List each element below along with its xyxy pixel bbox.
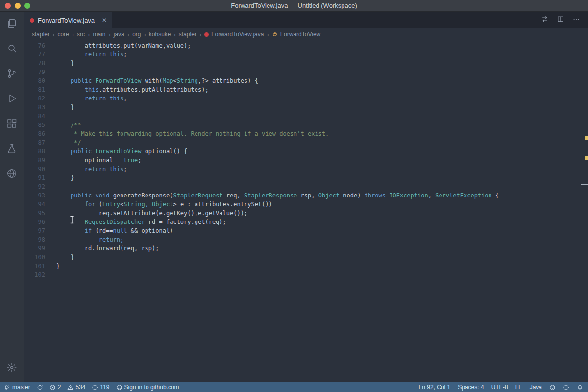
code-line: 90 return this; <box>24 165 588 173</box>
breadcrumb-item[interactable]: kohsuke <box>149 31 171 38</box>
line-number: 86 <box>24 129 45 138</box>
beaker-icon <box>6 143 18 154</box>
code-text: for (Entry<String, Object> e : attribute… <box>45 200 272 209</box>
code-text: return this; <box>45 165 127 173</box>
split-editor-button[interactable] <box>557 15 564 25</box>
status-bar: master2534119Sign in to github.com Ln 92… <box>0 382 588 392</box>
git-branch-icon <box>4 384 10 391</box>
status-notifications[interactable] <box>577 384 583 391</box>
open-changes-button[interactable] <box>541 15 549 25</box>
code-text: */ <box>45 138 81 147</box>
code-line: 76 attributes.put(varName,value); <box>24 41 588 50</box>
status-problems-warnings[interactable]: 534 <box>67 384 85 391</box>
overview-warning-mark <box>585 156 588 160</box>
warning-icon <box>67 384 74 391</box>
overview-ruler[interactable] <box>581 40 588 382</box>
smiley-icon <box>549 384 556 391</box>
line-number: 77 <box>24 50 45 59</box>
breadcrumb-item[interactable]: org <box>132 31 141 38</box>
status-eol-label: LF <box>515 384 522 391</box>
status-git-branch[interactable]: master <box>4 384 30 391</box>
code-text: /** <box>45 121 81 129</box>
status-language-mode[interactable]: Java <box>530 384 542 391</box>
more-actions-button[interactable] <box>572 15 580 25</box>
tab-bar: ForwardToView.java ✕ <box>24 12 588 28</box>
code-line: 102 <box>24 270 588 279</box>
breadcrumb-separator: › <box>52 31 54 38</box>
minimize-window-button[interactable] <box>15 3 21 9</box>
status-info-count-label: 119 <box>100 384 109 391</box>
activity-item-run-and-debug[interactable] <box>0 87 24 110</box>
bell-icon <box>577 384 583 391</box>
status-problems-errors[interactable]: 2 <box>49 384 61 391</box>
line-number: 79 <box>24 68 45 76</box>
status-cursor-position[interactable]: Ln 92, Col 1 <box>419 384 451 391</box>
status-eol[interactable]: LF <box>515 384 522 391</box>
code-line: 99 rd.forward(req, rsp); <box>24 244 588 253</box>
breadcrumb-separator: › <box>199 31 201 38</box>
breadcrumb-separator: › <box>267 31 269 38</box>
line-number: 89 <box>24 156 45 165</box>
breadcrumb-item[interactable]: main <box>93 31 105 38</box>
activity-item-testing[interactable] <box>0 137 24 160</box>
line-number: 92 <box>24 182 45 191</box>
breadcrumb-separator: › <box>88 31 90 38</box>
code-line: 98 return; <box>24 235 588 244</box>
status-github-signin[interactable]: Sign in to github.com <box>116 384 179 391</box>
files-icon <box>6 18 18 29</box>
status-encoding[interactable]: UTF-8 <box>491 384 508 391</box>
code-text: attributes.put(varName,value); <box>45 41 191 50</box>
status-problems-errors-label: 2 <box>58 384 61 391</box>
status-sync[interactable] <box>37 384 43 391</box>
code-line: 78 } <box>24 59 588 68</box>
tab-forwardtoview-java[interactable]: ForwardToView.java ✕ <box>24 12 112 28</box>
tab-close-icon[interactable]: ✕ <box>102 17 107 24</box>
breadcrumb-label: kohsuke <box>149 31 171 38</box>
code-text: * Make this forwarding optional. Render … <box>45 129 329 138</box>
line-number: 97 <box>24 226 45 235</box>
ellipsis-icon <box>572 15 580 23</box>
status-feedback[interactable] <box>549 384 556 391</box>
activity-item-remote-explorer[interactable] <box>0 162 24 185</box>
editor[interactable]: 76 attributes.put(varName,value);77 retu… <box>24 40 588 382</box>
status-cursor-position-label: Ln 92, Col 1 <box>419 384 451 391</box>
info-icon <box>92 384 98 391</box>
line-number: 96 <box>24 218 45 226</box>
info-icon <box>563 384 569 391</box>
breadcrumb-item[interactable]: java <box>114 31 124 38</box>
breadcrumb-item[interactable]: ForwardToView.java <box>204 31 264 38</box>
breadcrumb-item[interactable]: stapler <box>32 31 49 38</box>
status-indentation[interactable]: Spaces: 4 <box>458 384 484 391</box>
breadcrumb-item[interactable]: core <box>57 31 69 38</box>
activity-item-source-control[interactable] <box>0 62 24 85</box>
breadcrumb-label: stapler <box>179 31 196 38</box>
activity-item-search[interactable] <box>0 37 24 60</box>
activity-bar-bottom <box>0 356 24 379</box>
window-title: ForwardToView.java — Untitled (Workspace… <box>0 2 588 9</box>
line-number: 88 <box>24 147 45 156</box>
activity-item-extensions[interactable] <box>0 112 24 135</box>
code-text: return this; <box>45 94 127 103</box>
code-text <box>45 112 56 121</box>
breadcrumb-item[interactable]: ForwardToView <box>272 31 320 38</box>
breadcrumb-item[interactable]: src <box>77 31 85 38</box>
class-symbol-icon <box>272 31 278 37</box>
breadcrumb-item[interactable]: stapler <box>179 31 196 38</box>
line-number: 94 <box>24 200 45 209</box>
close-window-button[interactable] <box>5 3 11 9</box>
status-info-count[interactable]: 119 <box>92 384 109 391</box>
line-number: 82 <box>24 94 45 103</box>
status-bar-right: Ln 92, Col 1Spaces: 4UTF-8LFJava <box>419 382 583 392</box>
line-number: 81 <box>24 85 45 94</box>
activity-item-explorer[interactable] <box>0 12 24 35</box>
line-number: 98 <box>24 235 45 244</box>
code-line: 88 public ForwardToView optional() { <box>24 147 588 156</box>
zoom-window-button[interactable] <box>24 3 30 9</box>
globe-icon <box>6 168 18 179</box>
status-indentation-label: Spaces: 4 <box>458 384 484 391</box>
code-line: 77 return this; <box>24 50 588 59</box>
activity-item-settings[interactable] <box>0 356 24 379</box>
mouse-cursor-ibeam <box>69 216 75 224</box>
breadcrumb-label: java <box>114 31 124 38</box>
status-info[interactable] <box>563 384 569 391</box>
